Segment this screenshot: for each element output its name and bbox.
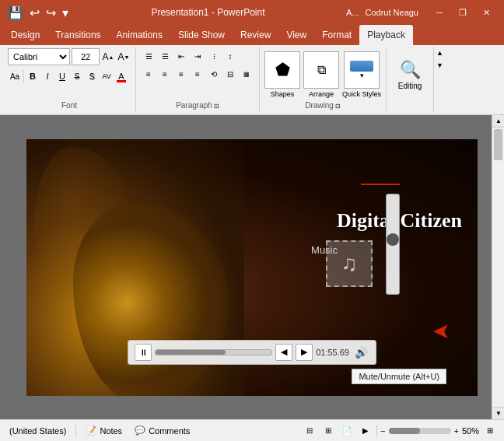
normal-view-button[interactable]: ⊟ <box>302 423 317 439</box>
title-bar: 💾 ↩ ↪ ▾ Presentation1 - PowerPoint A... … <box>0 0 504 25</box>
justify-button[interactable]: ≡ <box>190 66 205 82</box>
redo-icon[interactable]: ↪ <box>44 4 58 22</box>
bullets-button[interactable]: ☰ <box>141 48 156 64</box>
change-case-button[interactable]: Aa <box>8 69 22 83</box>
tab-playback[interactable]: Playback <box>359 25 413 45</box>
main-content: Digital Citizen Music ♫ ⏸ ◀ ▶ 01:55.69 🔊… <box>0 115 504 419</box>
ribbon-scroll-up[interactable]: ▲ <box>434 47 446 59</box>
zoom-slider[interactable] <box>389 428 451 434</box>
strikethrough-button[interactable]: S <box>70 68 84 84</box>
restore-button[interactable]: ❐ <box>451 0 474 25</box>
locale-info: (United States) <box>6 426 69 436</box>
notes-label: Notes <box>100 426 122 436</box>
shadow-button[interactable]: S <box>85 68 99 84</box>
playback-progress[interactable] <box>155 349 272 355</box>
font-size-input[interactable] <box>72 48 100 65</box>
increase-indent-button[interactable]: ⇥ <box>190 48 205 64</box>
scroll-thumb[interactable] <box>494 129 502 160</box>
line-spacing-button[interactable]: ↕ <box>222 48 238 64</box>
save-icon[interactable]: 💾 <box>6 4 25 22</box>
user-name: Codrut Neagu <box>366 8 419 17</box>
numbering-button[interactable]: ☰ <box>157 48 173 64</box>
align-center-button[interactable]: ≡ <box>157 66 173 82</box>
arrange-button[interactable]: ⧉ <box>303 51 339 89</box>
locale-text: (United States) <box>9 426 66 436</box>
decrease-font-button[interactable]: A▼ <box>117 50 131 64</box>
ribbon-tabs: Design Transitions Animations Slide Show… <box>0 25 504 45</box>
customize-icon[interactable]: ▾ <box>61 4 70 22</box>
ribbon-group-drawing: ⬟ Shapes ⧉ Arrange ▾ Quick Styles Drawin… <box>260 47 387 113</box>
window-controls: ─ ❐ ✕ <box>428 0 498 25</box>
minimize-button[interactable]: ─ <box>428 0 451 25</box>
paragraph-group-label: Paragraph <box>176 101 212 111</box>
ribbon: Calibri A▲ A▼ Aa B I U S S AV A Font <box>0 45 504 115</box>
slideshow-view-button[interactable]: ▶ <box>358 423 373 439</box>
slide[interactable]: Digital Citizen Music ♫ ⏸ ◀ ▶ 01:55.69 🔊… <box>26 139 478 396</box>
status-bar: (United States) 📝 Notes 💬 Comments ⊟ ⊞ 📄… <box>0 419 504 441</box>
music-icon-container[interactable]: ♫ <box>326 240 373 287</box>
decrease-indent-button[interactable]: ⇤ <box>173 48 189 64</box>
tab-slideshow[interactable]: Slide Show <box>170 25 233 45</box>
text-direction-button[interactable]: ⟲ <box>206 66 222 82</box>
ribbon-scroll-down[interactable]: ▼ <box>434 59 446 72</box>
tab-animations[interactable]: Animations <box>109 25 170 45</box>
undo-icon[interactable]: ↩ <box>28 4 41 22</box>
vertical-scrollbar: ▲ ▼ <box>492 115 504 419</box>
volume-thumb[interactable] <box>387 233 399 246</box>
tab-transitions[interactable]: Transitions <box>47 25 108 45</box>
align-right-button[interactable]: ≡ <box>173 66 189 82</box>
comments-label: Comments <box>149 426 190 436</box>
editing-label: Editing <box>398 82 422 90</box>
font-color-button[interactable]: A <box>114 68 128 84</box>
quick-styles-button[interactable]: ▾ <box>344 51 380 89</box>
fit-page-button[interactable]: ⊞ <box>482 423 498 439</box>
status-separator-1 <box>75 425 76 437</box>
slide-sorter-button[interactable]: ⊞ <box>320 423 336 439</box>
paragraph-dialog-launcher[interactable]: ⊡ <box>214 103 219 110</box>
tab-format[interactable]: Format <box>314 25 359 45</box>
tab-review[interactable]: Review <box>233 25 278 45</box>
status-bar-right: ⊟ ⊞ 📄 ▶ − + 50% ⊞ <box>302 423 498 439</box>
text-align-button[interactable]: ⊟ <box>222 66 238 82</box>
mute-button[interactable]: 🔊 <box>352 344 369 361</box>
volume-slider[interactable] <box>386 194 400 295</box>
search-icon: 🔍 <box>400 60 421 80</box>
ribbon-group-paragraph: ☰ ☰ ⇤ ⇥ ⫶ ↕ ≡ ≡ ≡ ≡ ⟲ ⊟ ▦ Paragraph ⊡ <box>136 47 260 113</box>
font-spacing-button[interactable]: AV <box>100 68 114 84</box>
playback-bar: ⏸ ◀ ▶ 01:55.69 🔊 <box>128 340 376 365</box>
zoom-level[interactable]: 50% <box>462 426 479 436</box>
ribbon-group-editing: 🔍 Editing Editing <box>387 47 433 113</box>
ribbon-scroll: ▲ ▼ <box>433 47 446 113</box>
comments-button[interactable]: 💬 Comments <box>131 425 193 436</box>
status-separator-2 <box>376 425 377 437</box>
editing-button[interactable]: 🔍 Editing <box>391 56 429 93</box>
scroll-down-arrow[interactable]: ▼ <box>492 407 504 419</box>
increase-font-button[interactable]: A▲ <box>101 50 115 64</box>
tab-indicator: A... <box>346 8 359 17</box>
rewind-button[interactable]: ◀ <box>275 344 292 361</box>
zoom-minus-icon[interactable]: − <box>380 426 385 436</box>
font-family-select[interactable]: Calibri <box>8 48 70 65</box>
shapes-button[interactable]: ⬟ <box>264 51 300 89</box>
notes-icon: 📝 <box>86 425 96 436</box>
scroll-up-arrow[interactable]: ▲ <box>492 115 504 128</box>
tab-design[interactable]: Design <box>3 25 47 45</box>
reading-view-button[interactable]: 📄 <box>339 423 355 439</box>
zoom-plus-icon[interactable]: + <box>454 426 459 436</box>
bold-button[interactable]: B <box>26 68 40 84</box>
drawing-dialog-launcher[interactable]: ⊡ <box>335 103 341 110</box>
ribbon-group-font: Calibri A▲ A▼ Aa B I U S S AV A Font <box>3 47 136 113</box>
close-button[interactable]: ✕ <box>474 0 498 25</box>
align-left-button[interactable]: ≡ <box>141 66 156 82</box>
notes-button[interactable]: 📝 Notes <box>82 425 125 436</box>
italic-button[interactable]: I <box>40 68 54 84</box>
tab-view[interactable]: View <box>278 25 314 45</box>
shapes-label: Shapes <box>271 90 295 98</box>
forward-button[interactable]: ▶ <box>296 344 313 361</box>
comments-icon: 💬 <box>135 425 145 436</box>
underline-button[interactable]: U <box>55 68 69 84</box>
columns-button[interactable]: ⫶ <box>206 48 222 64</box>
smartart-button[interactable]: ▦ <box>239 66 254 82</box>
pause-button[interactable]: ⏸ <box>135 344 152 361</box>
app-title: Presentation1 - PowerPoint <box>70 7 346 18</box>
